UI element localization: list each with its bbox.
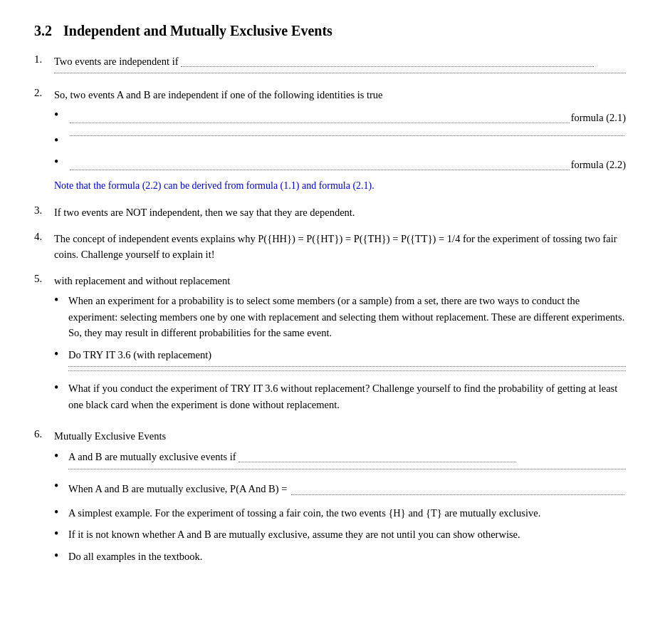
list-item: Two events are independent if (34, 53, 626, 77)
item-6-bullets: • A and B are mutually exclusive events … (54, 449, 626, 564)
section-number: 3.2 (34, 23, 52, 39)
bullet-item: • (54, 133, 626, 149)
item-1-dots-2 (54, 73, 626, 73)
bullet-icon: • (54, 449, 68, 464)
item-2-content: So, two events A and B are independent i… (54, 87, 626, 194)
item-3-text: If two events are NOT independent, then … (54, 207, 355, 218)
bullet-2-3: formula (2.2) (68, 155, 626, 175)
bullet-icon: • (54, 479, 68, 494)
note-blue: Note that the formula (2.2) can be deriv… (54, 180, 626, 192)
bullet-6-3: A simplest example. For the experiment o… (68, 505, 626, 521)
main-list: Two events are independent if So, two ev… (34, 53, 626, 570)
list-item: Mutually Exclusive Events • A and B are … (34, 428, 626, 570)
bullet-icon: • (54, 526, 68, 542)
bullet-icon: • (54, 155, 68, 170)
list-item: The concept of independent events explai… (34, 231, 626, 263)
dots (291, 494, 624, 495)
item-5-text: with replacement and without replacement (54, 275, 230, 286)
bullet-5-3: What if you conduct the experiment of TR… (68, 380, 626, 412)
bullet-item: • A simplest example. For the experiment… (54, 505, 626, 521)
formula-row-2 (68, 135, 626, 138)
formula-row-3: formula (2.2) (68, 157, 626, 172)
bullet-item: • A and B are mutually exclusive events … (54, 449, 626, 473)
bullet-item: • Do all examples in the textbook. (54, 549, 626, 564)
bullet-icon: • (54, 108, 68, 123)
bullet-5-2: Do TRY IT 3.6 (with replacement) (68, 347, 626, 375)
bullet-item: • When A and B are mutually exclusive, P… (54, 479, 626, 499)
section-header: 3.2 Independent and Mutually Exclusive E… (34, 23, 626, 39)
bullet-icon: • (54, 549, 68, 564)
bullet-icon: • (54, 505, 68, 521)
item-1-text: Two events are independent if (54, 56, 594, 67)
formula-label-2: formula (2.2) (571, 157, 626, 172)
bullet-icon: • (54, 293, 68, 308)
bullet-item: • formula (2.1) (54, 108, 626, 128)
item-2-text: So, two events A and B are independent i… (54, 89, 383, 100)
bullet-item: • Do TRY IT 3.6 (with replacement) (54, 347, 626, 375)
bullet-5-1: When an experiment for a probability is … (68, 293, 626, 341)
item-2-bullets: • formula (2.1) • (54, 108, 626, 175)
bullet-item: • formula (2.2) (54, 155, 626, 175)
dots (70, 170, 570, 170)
list-item: with replacement and without replacement… (34, 273, 626, 418)
formula-row-1: formula (2.1) (68, 110, 626, 125)
dots (70, 123, 570, 123)
section-title: Independent and Mutually Exclusive Event… (63, 23, 332, 39)
formula-label-1: formula (2.1) (571, 110, 626, 125)
when-mutually-row: When A and B are mutually exclusive, P(A… (68, 481, 626, 497)
bullet-6-4: If it is not known whether A and B are m… (68, 526, 626, 542)
item-4-content: The concept of independent events explai… (54, 231, 626, 263)
bullet-icon: • (54, 380, 68, 396)
bullet-2-2 (68, 133, 626, 140)
bullet-icon: • (54, 347, 68, 363)
bullet-2-1: formula (2.1) (68, 108, 626, 128)
item-4-text: The concept of independent events explai… (54, 233, 617, 260)
list-item: If two events are NOT independent, then … (34, 204, 626, 220)
when-mutually-text: When A and B are mutually exclusive, P(A… (68, 481, 287, 497)
dots-row-3 (68, 469, 626, 469)
dots (70, 135, 624, 136)
bullet-6-5: Do all examples in the textbook. (68, 549, 626, 564)
item-1-content: Two events are independent if (54, 53, 626, 77)
item-3-content: If two events are NOT independent, then … (54, 204, 626, 220)
item-6-text: Mutually Exclusive Events (54, 430, 166, 442)
list-item: So, two events A and B are independent i… (34, 87, 626, 194)
bullet-6-2: When A and B are mutually exclusive, P(A… (68, 479, 626, 499)
bullet-icon: • (54, 133, 68, 149)
bullet-item: • When an experiment for a probability i… (54, 293, 626, 341)
dots-row-2 (68, 370, 626, 371)
item-5-content: with replacement and without replacement… (54, 273, 626, 418)
item-6-content: Mutually Exclusive Events • A and B are … (54, 428, 626, 570)
bullet-item: • What if you conduct the experiment of … (54, 380, 626, 412)
dots-row-1 (68, 366, 626, 367)
bullet-6-1: A and B are mutually exclusive events if (68, 449, 626, 473)
bullet-item: • If it is not known whether A and B are… (54, 526, 626, 542)
item-5-bullets: • When an experiment for a probability i… (54, 293, 626, 412)
